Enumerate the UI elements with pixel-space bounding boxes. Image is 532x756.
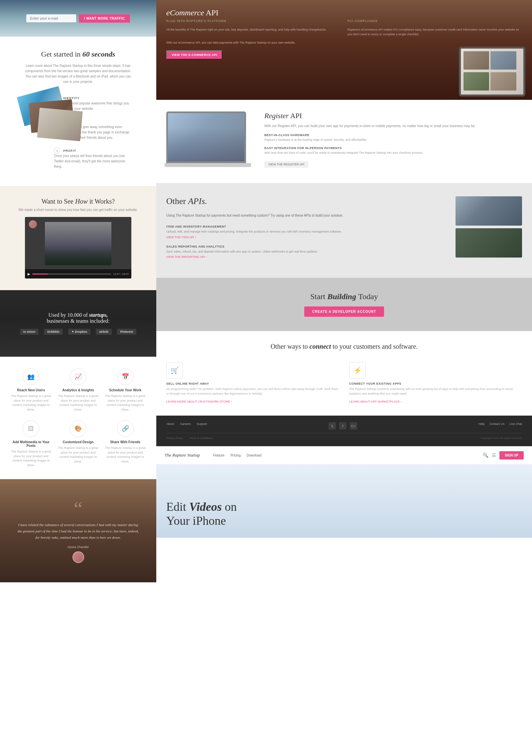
footer-link-about[interactable]: About: [166, 422, 174, 430]
brand-logos-row: in vision Dribbble ✦ Dropbox airbnb Pint…: [20, 329, 137, 335]
features-section: 👥 Reach New Users The Rapture Startup is…: [0, 357, 156, 479]
api-feature-1: SALES REPORTING AND ANALYTICS Sync sales…: [166, 245, 447, 259]
connect-section: Other ways to connect to your customers …: [156, 331, 532, 416]
stack-image-3: [37, 108, 82, 141]
navbar-brand: The Rapture Startup: [165, 453, 200, 458]
footer-privacy-link[interactable]: Privacy Policy: [166, 437, 183, 440]
feature-title-4: Customized Design: [57, 440, 99, 444]
image-stack: [17, 91, 64, 144]
connect-title-1: CONNECT YOUR EXISTING APPS: [349, 382, 522, 385]
social-proof-heading: Used by 10.000 of startups,businesses & …: [47, 312, 110, 324]
api-image-thumb-2: [456, 228, 522, 258]
register-feature-0: BEST-IN-CLASS HARDWARE Rapture's hardwar…: [264, 133, 522, 142]
get-started-heading: Get started in 60 seconds: [17, 50, 140, 59]
footer-divider: [166, 433, 522, 433]
how-it-works-section: Want to See How it Works? We made a shor…: [0, 186, 156, 290]
ecommerce-feature-plug: PLUG INTO RAPTURE'S PLATFORM All the ben…: [166, 19, 341, 37]
plug-subtitle: PLUG INTO RAPTURE'S PLATFORM: [166, 19, 341, 23]
social-proof-section: Used by 10.000 of startups,businesses & …: [0, 290, 156, 357]
feature-title-5: Share With Friends: [104, 440, 146, 444]
footer-link-contact[interactable]: Contact Us: [489, 422, 504, 430]
other-apis-subtitle: Using The Rapture Startup for payments b…: [166, 213, 447, 218]
reach-users-icon: 👥: [23, 368, 39, 385]
hero-cta-button[interactable]: I WANT MORE TRAFFIC: [79, 14, 130, 23]
plug-desc: All the benefits of The Rapture right on…: [166, 28, 341, 32]
feature-title-1: Analytics & Insights: [57, 388, 99, 392]
footer-link-help[interactable]: Help: [478, 422, 485, 430]
logo-dropbox: ✦ Dropbox: [68, 329, 91, 335]
register-feature-title-1: EASY INTEGRATION FOR IN-PERSON PAYMENTS: [264, 146, 522, 150]
connect-link-1[interactable]: LEARN ABOUT APP MARKETPLACE ›: [349, 400, 402, 403]
tablet-thumb-1: [464, 51, 489, 70]
navbar-signup-button[interactable]: Sign Up: [499, 451, 524, 460]
api-feature-title-1: SALES REPORTING AND ANALYTICS: [166, 245, 447, 248]
api-feature-0: ITEM AND INVENTORY MANAGEMENT Upload, ed…: [166, 225, 447, 239]
search-icon[interactable]: 🔍: [483, 453, 488, 458]
hero-email-input[interactable]: [26, 14, 76, 22]
features-grid: 👥 Reach New Users The Rapture Startup is…: [10, 368, 146, 468]
feature-title-3: Add Multimedia to Your Posts: [10, 440, 52, 448]
pci-desc: Rapture's eCommerce API makes PCI compli…: [347, 28, 522, 37]
google-plus-icon[interactable]: G+: [350, 422, 357, 430]
testimonial-section: I have related the substance of several …: [0, 479, 156, 582]
register-content: Register API With our Register API, you …: [264, 111, 522, 168]
twitter-icon[interactable]: 𝕏: [329, 422, 336, 430]
footer-link-careers[interactable]: Careers: [180, 422, 191, 430]
footer-terms-link[interactable]: Terms & Conditions: [190, 437, 212, 440]
footer-link-livechat[interactable]: Live Chat: [509, 422, 522, 430]
register-feature-1: EASY INTEGRATION FOR IN-PERSON PAYMENTS …: [264, 146, 522, 155]
testimonial-author: Alyssa Chandler: [67, 545, 89, 549]
feature-title-2: Schedule Your Work: [104, 388, 146, 392]
logo-airbnb: airbnb: [96, 329, 112, 335]
tablet-mockup: [459, 47, 525, 96]
schedule-icon: 📅: [117, 368, 134, 385]
design-icon: 🎨: [70, 420, 86, 437]
play-icon[interactable]: ▶: [28, 272, 30, 276]
logo-pinterest: Pinterest: [117, 329, 137, 335]
footer-copyright: Copyright 2022. All rights reserved.: [480, 437, 522, 440]
start-building-heading: Start Building Today: [310, 292, 378, 301]
api-view-link-1[interactable]: VIEW THE REPORTING API ›: [166, 255, 447, 259]
feature-title-0: Reach New Users: [10, 388, 52, 392]
analytics-icon: 📈: [70, 368, 86, 385]
create-account-button[interactable]: CREATE A DEVELOPER ACCOUNT: [304, 306, 384, 317]
connect-heading: Other ways to connect to your customers …: [166, 343, 522, 350]
feature-desc-5: The Rapture Startup is a great place for…: [104, 446, 146, 464]
feature-desc-2: The Rapture Startup is a great place for…: [104, 394, 146, 412]
laptop-screen: [166, 111, 246, 163]
logo-dribbble: Dribbble: [44, 329, 63, 335]
feature-item-1: 📈 Analytics & Insights The Rapture Start…: [57, 368, 99, 412]
navbar-link-feature[interactable]: Feature: [213, 454, 224, 457]
get-started-section: Get started in 60 seconds Learn more abo…: [0, 37, 156, 186]
bottom-navbar: The Rapture Startup Feature Pricing Down…: [156, 446, 532, 465]
navbar-actions: 🔍 ☰ Sign Up: [483, 451, 524, 460]
footer-section: About Careers Support 𝕏 f G+ Help Contac…: [156, 416, 532, 446]
menu-icon[interactable]: ☰: [492, 453, 496, 458]
connect-apps-icon: ⚡: [349, 362, 366, 379]
register-view-link[interactable]: VIEW THE REGISTER API: [264, 161, 308, 168]
api-view-link-0[interactable]: VIEW THE ITEM API ›: [166, 236, 447, 239]
video-player[interactable]: ▶ 14:07 / 18:23: [25, 217, 131, 279]
tablet-thumb-2: [490, 51, 516, 70]
ecommerce-cta-button[interactable]: VIEW THE E-COMMERCE API: [166, 50, 222, 60]
connect-link-0[interactable]: LEARN MORE ABOUT CRAFTSWORK STORE ›: [166, 400, 232, 403]
feature-item-4: 🎨 Customized Design The Rapture Startup …: [57, 420, 99, 468]
feature-desc-3: The Rapture Startup is a great place for…: [10, 450, 52, 468]
castle-overlay: [168, 128, 244, 162]
api-image-thumb-1: [456, 196, 522, 226]
other-apis-images: [456, 196, 522, 265]
laptop-mockup: [166, 111, 256, 171]
video-plant-overlay: [45, 245, 111, 265]
feature-desc-4: The Rapture Startup is a great place for…: [57, 446, 99, 464]
footer-link-support[interactable]: Support: [197, 422, 207, 430]
facebook-icon[interactable]: f: [339, 422, 346, 430]
register-description: With our Register API, you can build you…: [264, 123, 522, 129]
register-api-section: Register API With our Register API, you …: [156, 100, 532, 183]
footer-nav-links: About Careers Support: [166, 422, 207, 430]
ecommerce-section: eCommerce API PLUG INTO RAPTURE'S PLATFO…: [156, 0, 532, 100]
testimonial-quote: I have related the substance of several …: [17, 522, 140, 540]
video-progress-bar[interactable]: [32, 274, 111, 275]
navbar-link-download[interactable]: Download: [247, 454, 261, 457]
navbar-link-pricing[interactable]: Pricing: [230, 454, 241, 457]
footer-bottom: Privacy Policy Terms & Conditions Copyri…: [166, 437, 522, 440]
